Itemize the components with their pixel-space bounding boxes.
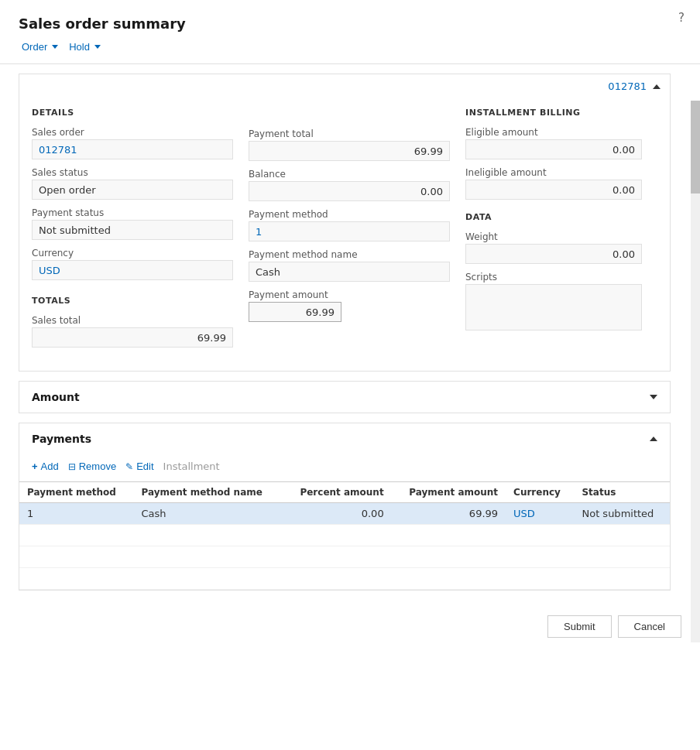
copy-icon: ⊟	[68, 461, 76, 472]
balance-field: Balance 0.00	[249, 169, 450, 201]
scrollbar[interactable]	[691, 101, 700, 642]
payments-section-header[interactable]: Payments	[19, 423, 670, 454]
col-payment-method: Payment method	[19, 482, 134, 503]
cell-currency[interactable]: USD	[506, 503, 574, 525]
col-payment-method-name: Payment method name	[134, 482, 283, 503]
edit-button[interactable]: ✎ Edit	[125, 459, 153, 474]
payment-status-field: Payment status Not submitted	[32, 207, 233, 240]
pencil-icon: ✎	[125, 461, 133, 472]
cancel-button[interactable]: Cancel	[618, 615, 681, 638]
amount-section: Amount	[19, 381, 671, 413]
ineligible-label: Ineligible amount	[465, 167, 642, 178]
col-payment-amount: Payment amount	[392, 482, 506, 503]
toolbar: Order Hold	[19, 39, 681, 54]
cell-payment-amount: 69.99	[392, 503, 506, 525]
eligible-field: Eligible amount 0.00	[465, 127, 642, 159]
weight-field: Weight 0.00	[465, 231, 642, 264]
hold-chevron-icon	[94, 45, 101, 49]
remove-button[interactable]: ⊟ Remove	[68, 459, 116, 474]
amount-section-title: Amount	[32, 391, 80, 403]
payment-method-name-value: Cash	[249, 262, 450, 282]
payment-amount-field: Payment amount 69.99	[249, 289, 450, 322]
currency-link[interactable]: USD	[39, 265, 60, 276]
weight-value: 0.00	[465, 244, 642, 264]
col-currency: Currency	[506, 482, 574, 503]
table-row[interactable]: 1 Cash 0.00 69.99 USD Not submitted	[19, 503, 670, 525]
details-col: DETAILS Sales order 012781 Sales status …	[32, 108, 249, 355]
col-status: Status	[574, 482, 670, 503]
totals-header: TOTALS	[32, 296, 233, 306]
main-content: 012781 DETAILS Sales order 012781 Sales …	[0, 74, 700, 591]
sales-total-field: Sales total 69.99	[32, 315, 233, 348]
remove-label: Remove	[79, 461, 116, 472]
hold-label: Hold	[69, 41, 90, 53]
edit-label: Edit	[136, 461, 153, 472]
ineligible-field: Ineligible amount 0.00	[465, 167, 642, 200]
eligible-label: Eligible amount	[465, 127, 642, 138]
details-header: DETAILS	[32, 108, 233, 118]
sales-order-field: Sales order 012781	[32, 127, 233, 159]
table-empty-row-3	[19, 568, 670, 590]
sales-total-value: 69.99	[32, 327, 233, 348]
page-header: Sales order summary Order Hold	[0, 0, 700, 64]
currency-label: Currency	[32, 248, 233, 259]
payment-amount-label: Payment amount	[249, 289, 450, 300]
help-icon[interactable]: ?	[678, 11, 685, 25]
currency-field: Currency USD	[32, 248, 233, 280]
hold-menu-button[interactable]: Hold	[66, 39, 104, 54]
submit-button[interactable]: Submit	[547, 615, 611, 638]
cell-payment-method-name: Cash	[134, 503, 283, 525]
cell-percent-amount: 0.00	[283, 503, 391, 525]
payment-status-value: Not submitted	[32, 220, 233, 240]
sales-status-label: Sales status	[32, 167, 233, 178]
payment-method-name-field: Payment method name Cash	[249, 249, 450, 282]
payment-total-spacer	[249, 108, 450, 119]
payment-status-label: Payment status	[32, 207, 233, 218]
col-percent-amount: Percent amount	[283, 482, 391, 503]
order-chevron-icon	[52, 45, 58, 49]
amount-section-header[interactable]: Amount	[19, 382, 670, 413]
scrollbar-thumb[interactable]	[691, 101, 700, 193]
weight-label: Weight	[465, 231, 642, 242]
cell-payment-method: 1	[19, 503, 134, 525]
payment-method-value: 1	[249, 221, 450, 241]
payments-section-title: Payments	[32, 433, 91, 445]
add-label: Add	[41, 461, 59, 472]
installment-label: Installment	[163, 461, 220, 472]
scripts-value[interactable]	[465, 284, 642, 330]
payments-table: Payment method Payment method name Perce…	[19, 481, 670, 590]
payments-chevron-icon	[650, 437, 657, 441]
payment-total-value: 69.99	[249, 141, 450, 161]
data-header: DATA	[465, 212, 642, 222]
table-header-row: Payment method Payment method name Perce…	[19, 482, 670, 503]
payment-method-link[interactable]: 1	[256, 226, 262, 238]
details-panel: 012781 DETAILS Sales order 012781 Sales …	[19, 74, 671, 372]
sales-total-label: Sales total	[32, 315, 233, 326]
payment-amount-value[interactable]: 69.99	[249, 302, 341, 322]
balance-value: 0.00	[249, 181, 450, 201]
plus-icon: +	[32, 461, 38, 472]
details-grid: DETAILS Sales order 012781 Sales status …	[19, 98, 670, 371]
eligible-value: 0.00	[465, 139, 642, 159]
sales-status-field: Sales status Open order	[32, 167, 233, 200]
table-empty-row-1	[19, 525, 670, 546]
order-menu-button[interactable]: Order	[19, 39, 61, 54]
payment-method-label: Payment method	[249, 209, 450, 220]
payment-col: Payment total 69.99 Balance 0.00 Payment…	[249, 108, 465, 355]
payment-method-field: Payment method 1	[249, 209, 450, 241]
cell-status: Not submitted	[574, 503, 670, 525]
page-title: Sales order summary	[19, 15, 681, 32]
installment-button: Installment	[163, 459, 220, 474]
currency-value: USD	[32, 260, 233, 280]
sales-order-link[interactable]: 012781	[39, 144, 77, 156]
payments-toolbar: + Add ⊟ Remove ✎ Edit Installment	[19, 454, 670, 481]
sales-order-value: 012781	[32, 139, 233, 159]
add-button[interactable]: + Add	[32, 459, 59, 474]
installment-billing-header: INSTALLMENT BILLING	[465, 108, 642, 118]
sales-order-label: Sales order	[32, 127, 233, 138]
section-header: 012781	[19, 74, 670, 98]
section-collapse-icon[interactable]	[653, 84, 661, 89]
payments-section: Payments + Add ⊟ Remove ✎ Edit Installme…	[19, 423, 671, 591]
order-id[interactable]: 012781	[608, 80, 647, 92]
scripts-label: Scripts	[465, 272, 642, 283]
